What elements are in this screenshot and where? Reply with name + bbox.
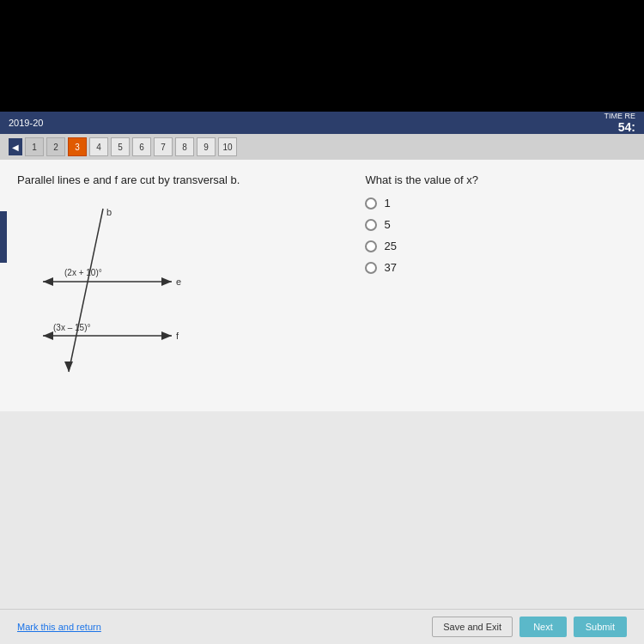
- answer-option-25[interactable]: 25: [365, 240, 627, 252]
- angle2-label: (3x – 15)°: [53, 323, 90, 332]
- footer-buttons: Save and Exit Next Submit: [432, 617, 627, 637]
- angle1-label: (2x + 10)°: [64, 268, 102, 277]
- save-exit-button[interactable]: Save and Exit: [432, 617, 513, 637]
- q-btn-7[interactable]: 7: [154, 137, 173, 156]
- quiz-page: 2019-20 TIME RE 54: ◀ 1 2 3 4 5 6 7 8 9 …: [0, 112, 644, 644]
- svg-marker-3: [161, 277, 172, 286]
- side-indicator: [0, 211, 7, 263]
- q-btn-10[interactable]: 10: [218, 137, 237, 156]
- option-text-37: 37: [384, 261, 396, 274]
- prev-question-button[interactable]: ◀: [9, 138, 22, 155]
- spacer: [0, 411, 644, 609]
- time-remaining-label: TIME RE: [604, 112, 635, 120]
- svg-marker-1: [64, 361, 73, 372]
- quiz-year: 2019-20: [9, 118, 43, 128]
- question-left: Parallel lines e and f are cut by transv…: [17, 173, 331, 398]
- time-remaining-area: TIME RE 54:: [604, 112, 635, 134]
- answer-option-5[interactable]: 5: [365, 218, 627, 231]
- quiz-footer: Mark this and return Save and Exit Next …: [0, 609, 644, 644]
- q-btn-5[interactable]: 5: [111, 137, 130, 156]
- question-text: Parallel lines e and f are cut by transv…: [17, 173, 331, 186]
- next-button[interactable]: Next: [519, 617, 567, 637]
- quiz-body: Parallel lines e and f are cut by transv…: [0, 160, 644, 411]
- answer-prompt: What is the value of x?: [365, 173, 627, 186]
- svg-line-0: [69, 209, 103, 372]
- question-nav: ◀ 1 2 3 4 5 6 7 8 9 10: [0, 134, 644, 160]
- geometry-diagram: b e: [17, 200, 206, 398]
- answer-option-1[interactable]: 1: [365, 197, 627, 210]
- svg-marker-6: [161, 331, 172, 340]
- quiz-header: 2019-20 TIME RE 54:: [0, 112, 644, 134]
- option-text-1: 1: [384, 197, 390, 210]
- label-b: b: [106, 207, 112, 217]
- radio-25[interactable]: [365, 240, 377, 252]
- q-btn-4[interactable]: 4: [89, 137, 108, 156]
- radio-1[interactable]: [365, 197, 377, 210]
- q-btn-1[interactable]: 1: [25, 137, 44, 156]
- svg-marker-4: [43, 277, 53, 286]
- q-btn-6[interactable]: 6: [132, 137, 151, 156]
- label-e: e: [176, 276, 181, 287]
- submit-button[interactable]: Submit: [574, 617, 627, 637]
- option-text-25: 25: [384, 240, 396, 252]
- answer-option-37[interactable]: 37: [365, 261, 627, 274]
- q-btn-8[interactable]: 8: [175, 137, 194, 156]
- option-text-5: 5: [384, 218, 390, 231]
- time-remaining-value: 54:: [618, 120, 635, 134]
- radio-5[interactable]: [365, 219, 377, 231]
- mark-return-link[interactable]: Mark this and return: [17, 622, 101, 632]
- svg-marker-7: [43, 331, 53, 340]
- label-f: f: [176, 331, 179, 341]
- radio-37[interactable]: [365, 262, 377, 274]
- diagram-area: b e: [17, 200, 206, 398]
- q-btn-2[interactable]: 2: [46, 137, 65, 156]
- q-btn-9[interactable]: 9: [197, 137, 216, 156]
- question-right: What is the value of x? 1 5 25 37: [348, 173, 627, 398]
- q-btn-3[interactable]: 3: [68, 137, 87, 156]
